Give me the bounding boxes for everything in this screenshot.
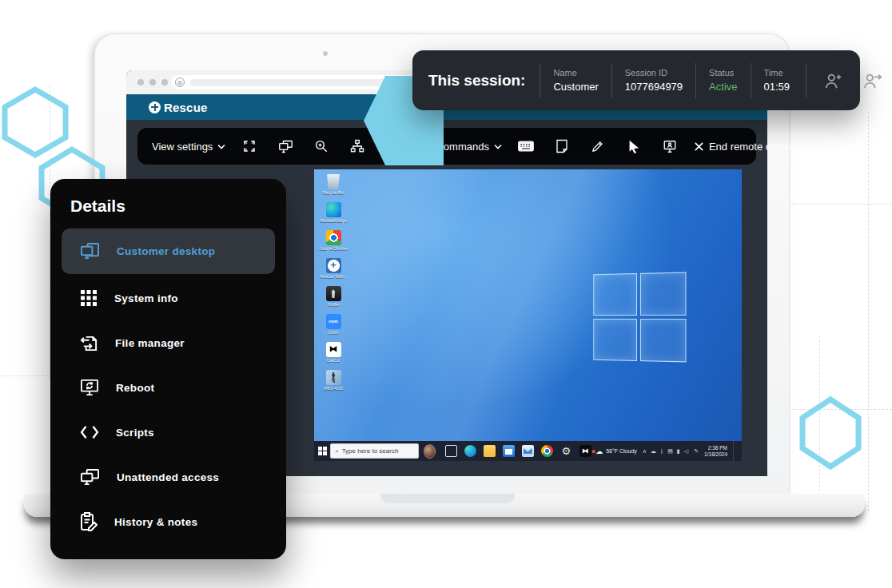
session-field-time: Time 01:59 [751, 63, 803, 98]
rescue-brand-text: Rescue [164, 101, 208, 114]
session-field-name: Name Customer [540, 63, 611, 98]
laptop-notch [380, 494, 515, 503]
rescue-app-icon [326, 258, 341, 273]
show-desktop-button[interactable] [733, 441, 735, 461]
weather-cloud-icon: ●☁ [591, 447, 603, 455]
invite-technician-icon[interactable] [824, 72, 843, 89]
screen-share-icon[interactable] [658, 134, 682, 158]
details-item-file-manager[interactable]: File manager [62, 320, 275, 365]
details-panel: Details Customer desktop System info Fil… [50, 179, 286, 559]
view-settings-menu[interactable]: View settings [152, 141, 225, 153]
desktop-icon-capcut[interactable]: ⧓CapCut [318, 342, 348, 363]
details-item-unattended-access[interactable]: Unattended access [62, 455, 275, 499]
details-item-scripts[interactable]: Scripts [62, 410, 275, 455]
system-info-icon [80, 289, 98, 307]
system-tray-icons[interactable]: ∧☁ᛒ▤▮◁𝅙✎ [643, 448, 699, 455]
history-notes-icon [80, 512, 98, 531]
search-placeholder: Type here to search [342, 447, 399, 455]
pencil-icon[interactable] [586, 134, 610, 158]
taskbar-apps: ⚙ ⧓ [445, 445, 591, 457]
capcut-icon: ⧓ [326, 342, 341, 357]
edge-taskbar-icon[interactable] [464, 445, 476, 457]
fullscreen-icon[interactable] [237, 134, 261, 158]
network-icon[interactable] [345, 134, 369, 158]
desktop-icon-edge[interactable]: Microsoft Edge [318, 202, 348, 223]
scripts-icon [80, 425, 99, 439]
desktop-icon-zoom[interactable]: zoomZoom [318, 314, 348, 335]
chevron-down-icon [217, 144, 225, 149]
windows-start-icon [318, 447, 327, 455]
desktop-icon-chrome[interactable]: Google Chrome [318, 230, 348, 251]
laser-pointer-icon[interactable] [622, 134, 646, 158]
store-icon[interactable] [503, 445, 515, 457]
chevron-down-icon [494, 144, 502, 149]
session-actions [806, 63, 882, 98]
taskbar-clock[interactable]: 2:38 PM 1/18/2024 [704, 445, 727, 458]
chrome-icon [326, 230, 341, 245]
end-remote-control-label: End remote control [709, 141, 797, 153]
view-settings-label: View settings [152, 141, 213, 153]
taskbar-tray-area: ●☁ 58°F Cloudy ∧☁ᛒ▤▮◁𝅙✎ 2:38 PM 1/18/202… [591, 441, 742, 461]
zoom-in-icon[interactable] [309, 134, 333, 158]
end-remote-control-button[interactable]: End remote control [694, 141, 797, 153]
reboot-icon [80, 379, 99, 396]
desktop-icons-column: Recycle Bin Microsoft Edge Google Chrome… [318, 174, 348, 398]
desktop-icon-rescue[interactable]: Rescue Tech... [318, 258, 348, 279]
window-control-dots[interactable] [137, 79, 168, 85]
task-view-icon[interactable] [445, 445, 457, 457]
settings-gear-icon[interactable]: ⚙ [560, 445, 572, 457]
weather-widget[interactable]: ●☁ 58°F Cloudy [591, 447, 637, 455]
zoom-app-icon: zoom [326, 314, 341, 329]
chrome-taskbar-icon[interactable] [541, 445, 553, 457]
file-explorer-icon[interactable] [484, 445, 496, 457]
capcut-taskbar-icon[interactable]: ⧓ [579, 445, 591, 457]
edge-icon [326, 202, 341, 217]
details-item-system-info[interactable]: System info [62, 276, 275, 320]
rescue-plus-icon [149, 101, 161, 113]
desktop-icon-recycle-bin[interactable]: Recycle Bin [318, 174, 348, 195]
monitors-icon[interactable] [273, 134, 297, 158]
details-item-history-notes[interactable]: History & notes [62, 499, 275, 544]
desktop-icon-ivms[interactable]: iVMS-4200 [318, 370, 348, 391]
windows-logo [593, 272, 686, 363]
globe-icon: ◍ [175, 77, 185, 87]
search-icon: ⌕ [335, 447, 338, 455]
status-badge: Active [709, 81, 737, 93]
mail-icon[interactable] [522, 445, 534, 457]
laptop-camera-dot [323, 51, 328, 56]
kindle-icon [326, 286, 341, 301]
close-icon [694, 141, 704, 152]
session-info-bar: This session: Name Customer Session ID 1… [412, 50, 860, 110]
decorative-hexagon-outline [799, 396, 862, 470]
remote-control-toolbar: View settings Key commands End remote co… [137, 128, 756, 165]
details-item-customer-desktop[interactable]: Customer desktop [62, 228, 275, 274]
ivms-icon [326, 370, 341, 385]
background-gridline [868, 112, 869, 511]
rescue-logo: Rescue [149, 101, 208, 114]
session-field-status: Status Active [695, 63, 750, 98]
customer-desktop-icon [80, 242, 100, 260]
taskbar-search-box[interactable]: ⌕ Type here to search [330, 443, 419, 459]
unattended-access-icon [80, 468, 100, 487]
clock-time: 2:38 PM [704, 445, 727, 451]
file-manager-icon [80, 334, 98, 352]
start-button[interactable] [314, 441, 330, 461]
details-item-reboot[interactable]: Reboot [62, 365, 275, 410]
session-title: This session: [428, 72, 525, 89]
transfer-session-icon[interactable] [862, 72, 882, 89]
keyboard-icon[interactable] [514, 134, 538, 158]
windows-taskbar: ⌕ Type here to search ⚙ ⧓ ●☁ 58°F Cloudy… [314, 441, 742, 461]
background-gridline [0, 375, 48, 376]
desktop-icon-kindle[interactable]: Kindle [318, 286, 348, 307]
details-panel-title: Details [62, 197, 275, 216]
taskbar-avatar-icon[interactable] [424, 444, 435, 459]
background-gridline [787, 204, 892, 205]
session-field-id: Session ID 1077694979 [611, 63, 695, 98]
remote-desktop-view[interactable]: Recycle Bin Microsoft Edge Google Chrome… [314, 169, 742, 461]
weather-label: 58°F Cloudy [606, 448, 637, 454]
clock-date: 1/18/2024 [704, 451, 727, 458]
notes-icon[interactable] [550, 134, 574, 158]
recycle-bin-icon [326, 174, 341, 189]
